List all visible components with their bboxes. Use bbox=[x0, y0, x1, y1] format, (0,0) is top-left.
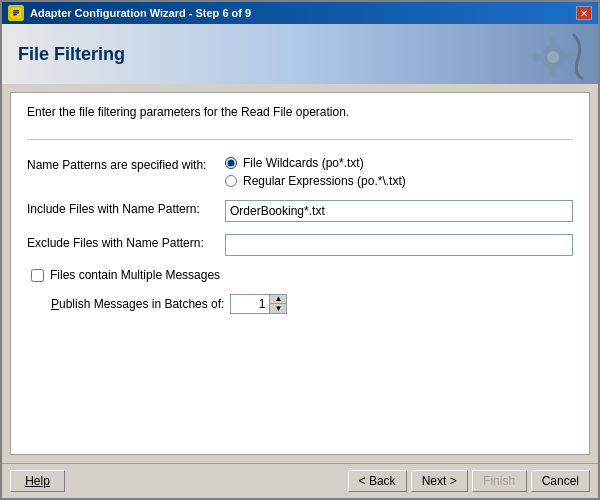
svg-point-5 bbox=[547, 51, 559, 63]
radio-regex-label: Regular Expressions (po.*\.txt) bbox=[243, 174, 406, 188]
radio-wildcards-label: File Wildcards (po*.txt) bbox=[243, 156, 364, 170]
svg-rect-3 bbox=[13, 14, 17, 16]
exclude-files-control bbox=[225, 234, 573, 256]
svg-rect-1 bbox=[13, 12, 19, 14]
include-files-row: Include Files with Name Pattern: bbox=[27, 200, 573, 222]
multiple-messages-row: Files contain Multiple Messages bbox=[31, 268, 573, 282]
batch-row: Publish Messages in Batches of: ▲ ▼ bbox=[51, 294, 573, 314]
svg-rect-7 bbox=[550, 69, 556, 77]
radio-wildcards-input[interactable] bbox=[225, 157, 237, 169]
wizard-window: Adapter Configuration Wizard - Step 6 of… bbox=[0, 0, 600, 500]
description-text: Enter the file filtering parameters for … bbox=[27, 105, 573, 119]
window-icon bbox=[8, 5, 24, 21]
include-files-label: Include Files with Name Pattern: bbox=[27, 200, 217, 216]
help-button[interactable]: Help bbox=[10, 470, 65, 492]
cancel-button[interactable]: Cancel bbox=[531, 470, 590, 492]
exclude-files-label: Exclude Files with Name Pattern: bbox=[27, 234, 217, 250]
radio-regex[interactable]: Regular Expressions (po.*\.txt) bbox=[225, 174, 573, 188]
batch-value-input[interactable] bbox=[230, 294, 270, 314]
footer-left: Help bbox=[10, 470, 65, 492]
include-files-input[interactable] bbox=[225, 200, 573, 222]
separator bbox=[27, 139, 573, 140]
title-text: Adapter Configuration Wizard - Step 6 of… bbox=[30, 7, 251, 19]
multiple-messages-checkbox[interactable] bbox=[31, 269, 44, 282]
footer-right: < Back Next > Finish Cancel bbox=[348, 470, 590, 492]
svg-rect-6 bbox=[550, 37, 556, 45]
close-button[interactable]: ✕ bbox=[576, 6, 592, 20]
batch-label: Publish Messages in Batches of: bbox=[51, 297, 224, 311]
header-band: File Filtering bbox=[2, 24, 598, 84]
page-title: File Filtering bbox=[18, 44, 125, 65]
batch-spinner: ▲ ▼ bbox=[230, 294, 287, 314]
name-patterns-label: Name Patterns are specified with: bbox=[27, 156, 217, 172]
radio-regex-input[interactable] bbox=[225, 175, 237, 187]
radio-wildcards[interactable]: File Wildcards (po*.txt) bbox=[225, 156, 573, 170]
title-bar: Adapter Configuration Wizard - Step 6 of… bbox=[2, 2, 598, 24]
svg-rect-2 bbox=[13, 10, 19, 12]
exclude-files-row: Exclude Files with Name Pattern: bbox=[27, 234, 573, 256]
gear-icon bbox=[518, 29, 588, 84]
include-files-control bbox=[225, 200, 573, 222]
name-patterns-row: Name Patterns are specified with: File W… bbox=[27, 156, 573, 188]
spinner-up-button[interactable]: ▲ bbox=[270, 295, 286, 304]
name-patterns-control: File Wildcards (po*.txt) Regular Express… bbox=[225, 156, 573, 188]
content-area: Enter the file filtering parameters for … bbox=[10, 92, 590, 455]
spinner-buttons: ▲ ▼ bbox=[270, 294, 287, 314]
spinner-down-button[interactable]: ▼ bbox=[270, 304, 286, 313]
footer: Help < Back Next > Finish Cancel bbox=[2, 463, 598, 498]
multiple-messages-label: Files contain Multiple Messages bbox=[50, 268, 220, 282]
exclude-files-input[interactable] bbox=[225, 234, 573, 256]
finish-button[interactable]: Finish bbox=[472, 470, 527, 492]
next-button[interactable]: Next > bbox=[411, 470, 468, 492]
back-button[interactable]: < Back bbox=[348, 470, 407, 492]
